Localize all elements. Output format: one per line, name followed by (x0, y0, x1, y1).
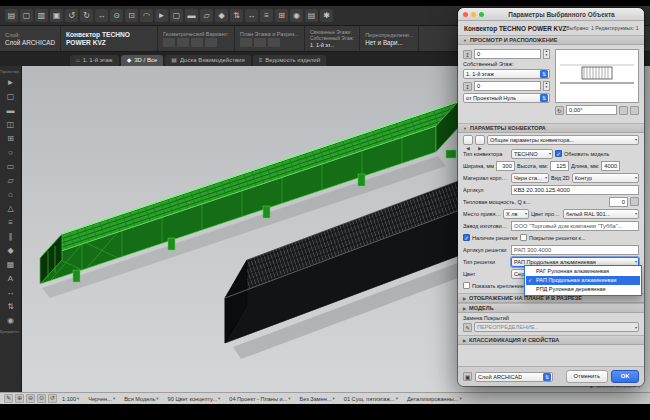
toolbar-icon[interactable]: ▤ (305, 9, 318, 22)
grille-type-menu-item[interactable]: РПД Рулонная деревянная (526, 285, 640, 294)
height-field[interactable]: 125 (550, 161, 569, 171)
anchor-combo[interactable]: Х лв (503, 209, 529, 219)
datum-combo[interactable]: от Проектный Нуль (463, 93, 550, 103)
infobox-geometry-segment[interactable]: Геометрический Вариант: (158, 26, 235, 51)
statusbar-icon[interactable]: ✎ (4, 394, 13, 403)
infobox-layer-segment[interactable]: Слой: Слой ARCHICAD (0, 26, 61, 51)
toolbar-icon[interactable]: ≡ (260, 9, 273, 22)
quick-option[interactable]: 90 Цвет концепту... (168, 396, 221, 402)
quick-option[interactable]: Вся Модель (124, 396, 158, 402)
tool-button[interactable]: ↔ (3, 286, 19, 299)
toolbar-icon[interactable]: ◆ (215, 9, 228, 22)
toolbar-icon[interactable]: ▤ (5, 9, 18, 22)
toolbar-icon[interactable]: ► (155, 9, 168, 22)
toolbar-icon[interactable]: ◉ (290, 9, 303, 22)
toolbar-icon[interactable]: ⊡ (125, 9, 138, 22)
grille-checkbox[interactable] (463, 234, 470, 241)
layer-value[interactable]: Слой ARCHICAD (5, 39, 55, 46)
tool-button[interactable]: ⇅ (3, 300, 19, 313)
coating-override-combo[interactable]: ПЕРЕОПРЕДЕЛЕНИЕ... (474, 322, 639, 332)
tool-button[interactable]: ∥ (3, 230, 19, 243)
quick-option[interactable]: Детализированны... (407, 396, 462, 402)
update-model-checkbox[interactable] (555, 150, 562, 157)
geometry-icon[interactable] (205, 38, 217, 47)
quick-option[interactable]: 01 Сущ. пятиэтаж... (344, 396, 398, 402)
toolbar-icon[interactable]: ▣ (50, 9, 63, 22)
preset-combo[interactable]: Общие параметры конвектора... (487, 135, 639, 145)
grille-article-field[interactable]: РАП 300.4000 (511, 245, 639, 255)
statusbar-icon[interactable]: ↺ (48, 394, 57, 403)
infobox-plan-segment[interactable]: План Этажа и Разрез... (235, 26, 305, 51)
geometry-icon[interactable] (191, 38, 203, 47)
tool-button[interactable]: ▱ (3, 174, 19, 187)
infobox-story-segment[interactable]: Связанные Этажи: Собственный Этаж: 1. 1-… (305, 26, 360, 51)
quick-option[interactable]: Без Замен... (300, 396, 335, 402)
cancel-button[interactable]: Отменить (566, 370, 609, 383)
toolbar-icon[interactable]: ⇅ (230, 9, 243, 22)
manufacturer-field[interactable]: ООО "Торговый дом компании "Тубба"... (511, 221, 639, 231)
power-field[interactable]: 0 (609, 197, 628, 207)
statusbar-icon[interactable]: ⊕ (15, 394, 24, 403)
view-tab[interactable]: ≡ Ведомость изделий (253, 55, 326, 66)
tool-button[interactable]: ○ (3, 146, 19, 159)
section-model[interactable]: МОДЕЛЬ (458, 303, 644, 313)
home-story-value[interactable]: 1. 1-й эт... (310, 42, 354, 48)
geometry-icon[interactable] (163, 38, 175, 47)
toolbar-icon[interactable]: ▢ (20, 9, 33, 22)
toolbar-icon[interactable]: ⊙ (110, 9, 123, 22)
toolbar-icon[interactable]: ↺ (65, 9, 78, 22)
tool-button[interactable]: △ (3, 202, 19, 215)
section-placement[interactable]: ПРОСМОТР И РАСПОЛОЖЕНИЕ (458, 35, 644, 45)
plan-icon[interactable] (240, 38, 252, 47)
toolbar-icon[interactable]: ✱ (320, 9, 333, 22)
object-preview[interactable] (555, 49, 639, 103)
toolbar-icon[interactable]: ▱ (200, 9, 213, 22)
quick-option[interactable]: 1:100 (62, 396, 79, 402)
close-button[interactable] (463, 12, 468, 17)
toolbar-icon[interactable]: ↔ (95, 9, 108, 22)
tool-button[interactable]: ◫ (3, 118, 19, 131)
profile-color-combo[interactable]: белый RAL 901... (563, 209, 639, 219)
infobox-object-segment[interactable]: Конвектор TECHNO POWER KVZ (61, 26, 158, 51)
toolbar-icon[interactable]: ▬ (185, 9, 198, 22)
override-value[interactable]: Нет и Вари... (365, 39, 413, 46)
home-story-combo[interactable]: 1. 1-й этаж (463, 69, 550, 79)
grille-coating-checkbox[interactable] (520, 234, 527, 241)
statusbar-icon[interactable]: ⊖ (26, 394, 35, 403)
view2d-combo[interactable]: Контур (572, 173, 639, 183)
dialog-titlebar[interactable]: Параметры Выбранного Объекта (458, 8, 644, 21)
width-field[interactable]: 300 (496, 161, 515, 171)
grille-type-menu-item[interactable]: РАП Продольная алюминиевая (526, 276, 640, 285)
length-field[interactable]: 4000 (601, 161, 620, 171)
fastening-checkbox[interactable] (463, 282, 470, 289)
tool-button[interactable]: A (3, 272, 19, 285)
toolbar-icon[interactable]: ⊞ (275, 9, 288, 22)
minimize-button[interactable] (471, 12, 476, 17)
plan-icon[interactable] (268, 38, 280, 47)
tool-button[interactable]: ▦ (3, 258, 19, 271)
section-classification[interactable]: КЛАССИФИКАЦИЯ И СВОЙСТВА (458, 335, 644, 345)
tool-button[interactable]: ◉ (3, 314, 19, 327)
tool-button[interactable]: ▬ (3, 104, 19, 117)
tool-button[interactable]: ◆ (3, 244, 19, 257)
offset-bottom-field[interactable]: 0 (474, 81, 541, 91)
preview-expand-button[interactable] (630, 106, 639, 115)
section-parameters[interactable]: ПАРАМЕТРЫ КОНВЕКТОРА (458, 123, 644, 133)
toolbar-icon[interactable]: ▢ (170, 9, 183, 22)
infobox-override-segment[interactable]: Переопределени... Нет и Вари... (360, 26, 419, 51)
quick-option[interactable]: Черчен... (88, 396, 115, 402)
plan-icon[interactable] (254, 38, 266, 47)
layer-combo[interactable]: Слой ARCHICAD (475, 372, 553, 382)
toolbar-icon[interactable]: ◠ (140, 9, 153, 22)
tool-button[interactable]: ≡ (3, 216, 19, 229)
material-combo[interactable]: Черн сталь (511, 173, 549, 183)
preset-next-button[interactable] (475, 135, 485, 145)
view-tab[interactable]: ▤ Доска Взаимодействия (165, 55, 250, 66)
rotation-angle-field[interactable]: 0,00° (566, 105, 617, 115)
tool-button[interactable]: ▭ (3, 160, 19, 173)
view-tab[interactable]: ◆ 3D / Все (121, 55, 164, 66)
tool-button[interactable]: ▢ (3, 90, 19, 103)
quick-option[interactable]: 04 Проект - Планы и... (229, 396, 290, 402)
ok-button[interactable]: OK (611, 370, 639, 383)
tool-button[interactable]: ► (3, 76, 19, 89)
